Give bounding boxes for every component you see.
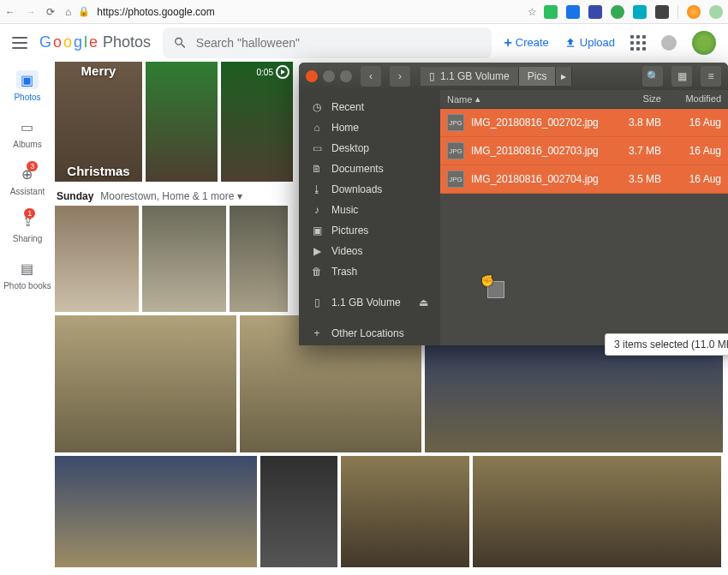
videos-icon: ▶ [311, 245, 323, 257]
home-icon: ⌂ [311, 122, 323, 134]
star-icon[interactable]: ☆ [528, 6, 537, 18]
download-icon: ⭳ [311, 183, 323, 195]
file-manager-window[interactable]: ‹ › ▯1.1 GB Volume Pics ▸ 🔍 ▦ ≡ ◷Recent … [299, 63, 728, 345]
ext-icon[interactable] [544, 5, 558, 19]
fm-side-downloads[interactable]: ⭳Downloads [299, 179, 440, 200]
extension-icons [544, 5, 723, 19]
sidebar-item-photo-books[interactable]: ▤ Photo books [3, 259, 51, 290]
hamburger-button[interactable]: ≡ [701, 66, 721, 87]
photo-thumbnail[interactable]: 0:05 [221, 62, 293, 182]
reload-icon[interactable]: ⟳ [46, 6, 55, 18]
sidebar-item-assistant[interactable]: 3 ⊕ Assistant [10, 165, 45, 196]
search-box[interactable] [163, 27, 492, 58]
menu-button[interactable] [12, 37, 27, 49]
file-row[interactable]: JPG IMG_20180816_002703.jpg 3.7 MB 16 Au… [440, 137, 728, 165]
close-icon[interactable] [306, 70, 318, 82]
ext-icon[interactable] [655, 5, 669, 19]
drag-ghost: ✊ [487, 281, 508, 302]
search-input[interactable] [196, 36, 482, 50]
photo-thumbnail[interactable] [230, 206, 288, 312]
search-icon [173, 35, 188, 51]
forward-icon[interactable]: → [26, 6, 36, 18]
back-button[interactable]: ‹ [361, 66, 381, 87]
photo-thumbnail[interactable]: Merry Christmas [55, 62, 142, 182]
file-row[interactable]: JPG IMG_20180816_002704.jpg 3.5 MB 16 Au… [440, 165, 728, 194]
maximize-icon[interactable] [340, 70, 352, 82]
ext-icon[interactable] [709, 5, 723, 19]
breadcrumb-seg[interactable]: Pics [519, 67, 557, 86]
drive-icon: ▯ [429, 70, 435, 82]
photo-thumbnail[interactable] [473, 456, 721, 567]
fm-side-music[interactable]: ♪Music [299, 200, 440, 220]
list-header[interactable]: Name▴ Size Modified [440, 90, 728, 109]
create-button[interactable]: +Create [504, 35, 548, 51]
fm-side-documents[interactable]: 🗎Documents [299, 159, 440, 179]
fm-side-videos[interactable]: ▶Videos [299, 241, 440, 261]
view-grid-button[interactable]: ▦ [671, 66, 692, 87]
photo-thumbnail[interactable] [341, 456, 469, 567]
desktop-icon: ▭ [311, 142, 323, 154]
drive-icon: ▯ [311, 296, 323, 308]
fm-side-pictures[interactable]: ▣Pictures [299, 220, 440, 241]
play-icon [276, 65, 289, 79]
photo-thumbnail[interactable] [260, 456, 337, 567]
chevron-down-icon[interactable]: ▾ [237, 190, 242, 202]
video-badge: 0:05 [257, 65, 289, 79]
file-row[interactable]: JPG IMG_20180816_002702.jpg 3.8 MB 16 Au… [440, 109, 728, 137]
minimize-icon[interactable] [323, 70, 335, 82]
logo[interactable]: Google Photos [39, 33, 151, 51]
sidebar-item-sharing[interactable]: 1 ⇪ Sharing [13, 212, 42, 243]
fm-titlebar[interactable]: ‹ › ▯1.1 GB Volume Pics ▸ 🔍 ▦ ≡ [299, 63, 728, 90]
breadcrumb-more[interactable]: ▸ [556, 67, 572, 86]
photo-thumbnail[interactable] [55, 315, 236, 452]
search-button[interactable]: 🔍 [642, 66, 663, 87]
fm-sidebar: ◷Recent ⌂Home ▭Desktop 🗎Documents ⭳Downl… [299, 90, 440, 345]
overlay-text: Merry [81, 63, 116, 78]
breadcrumb-seg[interactable]: ▯1.1 GB Volume [421, 67, 519, 86]
fm-side-trash[interactable]: 🗑Trash [299, 261, 440, 282]
apps-icon[interactable] [630, 35, 646, 51]
music-icon: ♪ [311, 204, 323, 216]
sidebar-item-albums[interactable]: ▭ Albums [13, 117, 41, 149]
account-avatar[interactable] [692, 31, 716, 55]
fm-side-desktop[interactable]: ▭Desktop [299, 138, 440, 159]
ext-icon[interactable] [633, 5, 647, 19]
photo-thumbnail[interactable] [146, 62, 218, 182]
photo-thumbnail[interactable] [142, 206, 226, 312]
photo-books-icon: ▤ [18, 259, 37, 278]
col-modified[interactable]: Modified [668, 90, 728, 108]
divider [677, 5, 678, 19]
image-file-icon: JPG [447, 171, 464, 188]
upload-button[interactable]: Upload [564, 36, 615, 49]
ext-icon[interactable] [611, 5, 624, 19]
photos-icon: ▣ [16, 70, 39, 89]
photo-thumbnail[interactable] [55, 456, 257, 567]
left-sidebar: ▣ Photos ▭ Albums 3 ⊕ Assistant 1 ⇪ Shar… [0, 62, 55, 575]
address-bar[interactable]: https://photos.google.com [97, 6, 214, 18]
col-name[interactable]: Name▴ [440, 90, 608, 108]
photo-thumbnail[interactable] [55, 206, 139, 312]
home-icon[interactable]: ⌂ [65, 6, 71, 18]
browser-toolbar: ← → ⟳ ⌂ 🔒 https://photos.google.com ☆ [0, 0, 728, 24]
sidebar-item-photos[interactable]: ▣ Photos [14, 70, 40, 102]
fm-side-volume[interactable]: ▯1.1 GB Volume⏏ [299, 292, 440, 313]
albums-icon: ▭ [18, 117, 37, 136]
col-size[interactable]: Size [608, 90, 668, 108]
profile-icon[interactable] [687, 5, 701, 19]
file-list: Name▴ Size Modified JPG IMG_20180816_002… [440, 90, 728, 345]
fm-side-other[interactable]: +Other Locations [299, 323, 440, 344]
badge: 1 [24, 208, 35, 219]
fm-side-home[interactable]: ⌂Home [299, 117, 440, 138]
sort-asc-icon: ▴ [475, 93, 480, 105]
eject-icon[interactable]: ⏏ [419, 296, 428, 308]
notifications-icon[interactable] [661, 35, 677, 51]
breadcrumb: ▯1.1 GB Volume Pics ▸ [421, 67, 572, 86]
ext-icon[interactable] [566, 5, 580, 19]
forward-button[interactable]: › [390, 66, 410, 87]
back-icon[interactable]: ← [5, 6, 15, 18]
grab-cursor-icon: ✊ [480, 274, 494, 287]
selection-tooltip: 3 items selected (11.0 MB) [605, 333, 728, 356]
ext-icon[interactable] [588, 5, 602, 19]
image-file-icon: JPG [447, 142, 464, 159]
fm-side-recent[interactable]: ◷Recent [299, 97, 440, 117]
